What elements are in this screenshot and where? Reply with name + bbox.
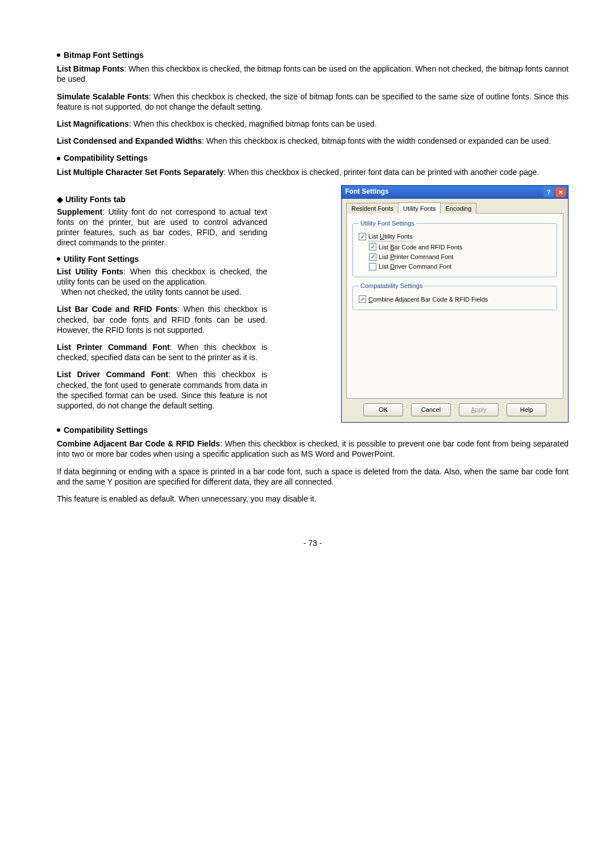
apply-button[interactable]: Apply [459, 403, 499, 416]
checkbox-icon [369, 253, 376, 261]
help-button-bottom[interactable]: Help [507, 403, 546, 416]
ldc-para: List Driver Command Font: When this chec… [57, 369, 267, 411]
dialog-title: Font Settings [345, 187, 389, 197]
luf-label: List Utility Fonts [57, 267, 123, 276]
lbr-para: List Bar Code and RFID Fonts: When this … [57, 304, 267, 335]
utility-fonts-tab-text: Utility Fonts tab [65, 195, 126, 204]
chk-list-utility-label: List Utility Fonts [368, 232, 413, 241]
dialog-body: Resident Fonts Utility Fonts Encoding Ut… [342, 199, 568, 422]
ufs-heading-text: Utility Font Settings [64, 254, 139, 264]
chk-list-printer-label: List Printer Command Font [379, 253, 453, 261]
tab-utility-label: Utility Fonts [403, 205, 435, 212]
checkbox-icon [359, 295, 366, 303]
list-mag-label: List Magnifications [57, 119, 129, 128]
compat2-heading: Compatibility Settings [57, 425, 569, 435]
bullet-icon [57, 257, 60, 261]
bitmap-heading-text: Bitmap Font Settings [64, 51, 144, 60]
help-icon [547, 188, 551, 196]
bullet-icon [57, 157, 60, 160]
tab-encoding-label: Encoding [445, 205, 471, 212]
chk-combine-label: Combine Adjacent Bar Code & RFID Fields [368, 295, 488, 303]
list-cond-text: : When this checkbox is checked, bitmap … [202, 136, 551, 145]
luf-text2: When not checked, the utility fonts cann… [61, 287, 242, 297]
lpc-label: List Printer Command Font [57, 343, 170, 352]
cab-extra2: This feature is enabled as default. When… [57, 494, 569, 504]
tab-encoding[interactable]: Encoding [440, 203, 476, 214]
lpc-para: List Printer Command Font: When this che… [57, 342, 267, 362]
chk-list-printer-command[interactable]: List Printer Command Font [369, 253, 551, 261]
apply-label: Apply [471, 406, 487, 414]
font-settings-dialog: Font Settings Resident Fonts Utility Fon… [341, 185, 569, 423]
list-bitmap-label: List Bitmap Fonts [57, 64, 124, 73]
chk-list-driver-command[interactable]: List Driver Command Font [369, 262, 551, 270]
lm-para: List Multiple Character Set Fonts Separa… [57, 167, 569, 177]
bitmap-heading: Bitmap Font Settings [57, 50, 569, 60]
simulate-label: Simulate Scalable Fonts [57, 92, 149, 101]
compat1-heading: Compatibility Settings [57, 153, 569, 163]
tab-strip: Resident Fonts Utility Fonts Encoding [346, 202, 563, 214]
document-page: Bitmap Font Settings List Bitmap Fonts: … [0, 0, 614, 571]
ufs-heading: Utility Font Settings [57, 254, 267, 264]
close-icon [558, 188, 563, 196]
cancel-button[interactable]: Cancel [411, 403, 451, 416]
dialog-titlebar: Font Settings [342, 186, 568, 199]
list-bitmap-text: : When this checkbox is checked, the bit… [57, 64, 569, 84]
list-mag-para: List Magnifications: When this checkbox … [57, 119, 569, 129]
ok-button[interactable]: OK [363, 403, 403, 416]
close-button[interactable] [555, 187, 566, 197]
compat1-heading-text: Compatibility Settings [64, 153, 148, 162]
chk-list-bar-code[interactable]: List Bar Code and RFID Fonts [369, 243, 551, 251]
lm-label: List Multiple Character Set Fonts Separa… [57, 168, 223, 177]
dialog-button-row: OK Cancel Apply Help [346, 399, 563, 418]
help-button[interactable] [544, 187, 554, 197]
simulate-para: Simulate Scalable Fonts: When this check… [57, 91, 569, 112]
cab-para: Combine Adjacent Bar Code & RFID Fields:… [57, 439, 569, 459]
utility-fonts-section: ◆Utility Fonts tab Supplement: Utility f… [57, 184, 569, 423]
diamond-icon: ◆ [57, 194, 63, 205]
page-number: - 73 - [57, 538, 569, 548]
chk-list-utility-fonts[interactable]: List Utility Fonts [359, 232, 551, 241]
compat2-heading-text: Compatibility Settings [64, 425, 148, 435]
utility-font-settings-group: Utility Font Settings List Utility Fonts [352, 219, 557, 277]
list-cond-para: List Condensed and Expanded Widths: When… [57, 136, 569, 146]
compatibility-settings-group: Compatability Settings Combine Adjacent … [352, 282, 557, 310]
supplement-para: Supplement: Utility font do not correspo… [57, 207, 267, 248]
checkbox-icon [359, 233, 366, 240]
bullet-icon [57, 53, 60, 57]
tab-utility-fonts[interactable]: Utility Fonts [398, 202, 441, 214]
list-cond-label: List Condensed and Expanded Widths [57, 136, 202, 145]
bullet-icon [57, 428, 60, 432]
ldc-label: List Driver Command Font [57, 370, 168, 379]
group2-legend: Compatability Settings [359, 282, 424, 290]
lbr-label: List Bar Code and RFID Fonts [57, 304, 177, 314]
tab-panel: Utility Font Settings List Utility Fonts [346, 214, 563, 399]
list-mag-text: : When this checkbox is checked, magnifi… [129, 119, 377, 128]
utility-right-column: Font Settings Resident Fonts Utility Fon… [341, 185, 569, 423]
titlebar-buttons [544, 187, 566, 197]
luf-para: List Utility Fonts: When this checkbox i… [57, 266, 267, 298]
tab-resident-fonts[interactable]: Resident Fonts [346, 203, 399, 214]
cab-label: Combine Adjacent Bar Code & RFID Fields [57, 439, 220, 448]
help-label: Help [520, 406, 533, 414]
utility-fonts-tab-heading: ◆Utility Fonts tab [57, 194, 267, 205]
chk-list-driver-label: List Driver Command Font [379, 262, 451, 270]
chk-list-bar-label: List Bar Code and RFID Fonts [379, 243, 462, 251]
checkbox-icon [369, 263, 376, 270]
checkbox-icon [369, 243, 376, 251]
tab-resident-label: Resident Fonts [351, 205, 393, 212]
list-bitmap-para: List Bitmap Fonts: When this checkbox is… [57, 64, 569, 84]
utility-left-column: ◆Utility Fonts tab Supplement: Utility f… [57, 184, 267, 418]
lm-text: : When this checkbox is checked, printer… [223, 168, 539, 177]
supplement-label: Supplement [57, 207, 102, 216]
ok-label: OK [379, 406, 388, 414]
cab-extra1: If data beginning or ending with a space… [57, 466, 569, 487]
cancel-label: Cancel [421, 406, 441, 414]
chk-combine-adjacent[interactable]: Combine Adjacent Bar Code & RFID Fields [359, 295, 551, 303]
group1-legend: Utility Font Settings [359, 219, 416, 227]
